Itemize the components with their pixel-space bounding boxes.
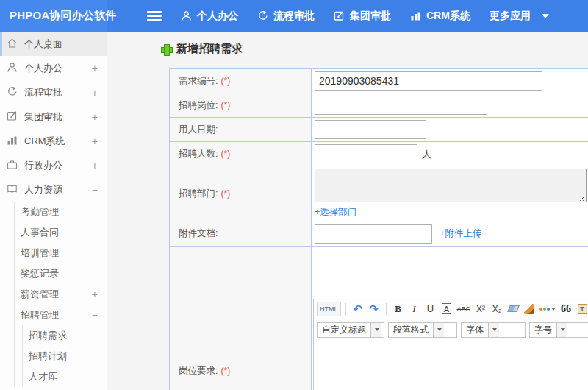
attachment-input[interactable] xyxy=(315,224,432,244)
sidebar-item-personal-desktop[interactable]: 个人桌面 xyxy=(0,32,107,56)
font-family-select[interactable]: 字体 xyxy=(461,322,526,338)
expand-plus-icon[interactable]: + xyxy=(92,111,98,123)
format-brush-icon[interactable] xyxy=(524,304,534,314)
strikethrough-button[interactable]: ABC xyxy=(456,302,473,316)
subscript-button[interactable]: X₂ xyxy=(490,302,504,316)
caret-down-icon xyxy=(542,14,549,18)
recruit-position-input[interactable] xyxy=(315,96,487,115)
caret-down-icon[interactable] xyxy=(433,323,444,337)
emotion-icon xyxy=(539,308,550,311)
caret-down-icon[interactable] xyxy=(556,323,567,337)
unit-suffix: 人 xyxy=(422,149,431,160)
expand-plus-icon[interactable]: + xyxy=(92,160,98,171)
underline-button[interactable]: U xyxy=(423,302,438,316)
toolbar-separator xyxy=(345,303,346,315)
redo-icon[interactable]: ↷ xyxy=(367,302,381,316)
superscript-button[interactable]: X² xyxy=(473,302,488,316)
sidebar-item-salary-mgmt[interactable]: 薪资管理 + xyxy=(15,284,107,305)
app-logo[interactable]: PHPOA协同办公软件 xyxy=(0,0,107,32)
sidebar-item-label: 招聘需求 xyxy=(29,329,98,342)
sidebar-item-personal-office[interactable]: 个人办公 + xyxy=(0,56,107,80)
table-row: 附件文档: +附件上传 xyxy=(170,221,588,247)
field-label: 岗位要求: xyxy=(179,366,218,376)
menu-toggle-icon[interactable] xyxy=(147,11,162,21)
sidebar-item-recruit-mgmt[interactable]: 招聘管理 − xyxy=(15,305,107,325)
bar-chart-icon xyxy=(7,135,24,148)
paragraph-format-select[interactable]: 段落格式 xyxy=(388,322,457,338)
briefcase-icon xyxy=(7,159,24,172)
demand-number-input[interactable] xyxy=(315,71,542,91)
nav-item-more-apps[interactable]: 更多应用 xyxy=(490,10,549,23)
field-label: 招聘岗位: xyxy=(179,100,218,110)
hire-date-input[interactable] xyxy=(315,120,426,139)
autotypeset-icon[interactable]: A xyxy=(442,303,451,314)
sidebar-item-rewards-records[interactable]: 奖惩记录 xyxy=(15,263,107,284)
page-title: 新增招聘需求 xyxy=(161,42,588,56)
expand-plus-icon[interactable]: + xyxy=(92,288,98,300)
sidebar-item-label: CRM系统 xyxy=(24,135,92,148)
field-label: 需求编号: xyxy=(179,76,218,86)
sidebar-item-recruit-plan[interactable]: 招聘计划 xyxy=(23,346,107,366)
font-size-select[interactable]: 字号 xyxy=(529,322,588,338)
sidebar-item-human-resources[interactable]: 人力资源 − xyxy=(0,177,107,202)
bold-button[interactable]: B xyxy=(391,302,406,316)
table-row: 用人日期: xyxy=(170,118,588,142)
emotion-picker-button[interactable] xyxy=(538,302,557,316)
field-label: 招聘人数: xyxy=(179,149,218,159)
undo-icon[interactable]: ↶ xyxy=(351,302,365,316)
table-row: 需求编号:(*) xyxy=(170,69,588,93)
html-source-button[interactable]: HTML xyxy=(317,302,341,316)
editor-toolbar-row2: 自定义标题 段落格式 字体 xyxy=(314,319,588,341)
recruit-department-textarea[interactable] xyxy=(315,169,587,202)
expand-minus-icon[interactable]: − xyxy=(92,309,98,321)
expand-minus-icon[interactable]: − xyxy=(92,184,98,196)
nav-item-workflow-approval[interactable]: 流程审批 xyxy=(257,10,315,23)
nav-item-crm[interactable]: CRM系统 xyxy=(410,10,470,23)
nav-item-personal-office[interactable]: 个人办公 xyxy=(181,10,238,23)
sidebar-item-workflow-approval[interactable]: 流程审批 + xyxy=(0,80,107,104)
sidebar-item-admin-office[interactable]: 行政办公 + xyxy=(0,153,107,177)
rich-text-editor: HTML ↶ ↷ B I U A ABC X² xyxy=(313,299,588,390)
headcount-input[interactable] xyxy=(315,144,417,163)
sidebar-item-label: 奖惩记录 xyxy=(21,267,98,280)
field-label: 附件文档: xyxy=(179,228,218,238)
sidebar-item-talent-pool[interactable]: 人才库 xyxy=(23,366,107,387)
expand-plus-icon[interactable]: + xyxy=(92,63,98,74)
bar-chart-icon xyxy=(410,10,421,21)
italic-button[interactable]: I xyxy=(407,302,422,316)
add-plus-icon xyxy=(161,44,171,54)
sidebar-item-attendance-mgmt[interactable]: 考勤管理 xyxy=(15,202,107,222)
person-icon xyxy=(181,10,192,21)
caret-down-icon[interactable] xyxy=(488,323,499,337)
sidebar-item-group-approval[interactable]: 集团审批 + xyxy=(0,104,107,129)
expand-plus-icon[interactable]: + xyxy=(92,87,98,99)
attachment-upload-link[interactable]: +附件上传 xyxy=(440,227,481,240)
caret-down-icon xyxy=(551,308,556,311)
home-icon xyxy=(7,38,24,51)
edit-square-icon xyxy=(7,110,24,124)
required-marker: (*) xyxy=(220,100,230,110)
sidebar-item-label: 个人桌面 xyxy=(24,38,98,51)
editor-content-area[interactable] xyxy=(314,341,588,390)
sidebar-item-training-mgmt[interactable]: 培训管理 xyxy=(15,243,107,263)
workflow-icon xyxy=(257,10,268,21)
sidebar-item-crm[interactable]: CRM系统 + xyxy=(0,129,107,153)
required-marker: (*) xyxy=(220,149,230,159)
sidebar-item-label: 行政办公 xyxy=(24,159,92,172)
select-department-link[interactable]: +选择部门 xyxy=(315,206,356,219)
sidebar-item-recruit-demand[interactable]: 招聘需求 xyxy=(23,325,107,346)
eraser-icon[interactable] xyxy=(507,305,520,312)
sidebar-item-label: 培训管理 xyxy=(21,247,98,260)
sidebar-item-label: 考勤管理 xyxy=(21,205,98,219)
required-marker: (*) xyxy=(220,188,230,199)
paste-text-icon[interactable]: T xyxy=(578,304,587,314)
caret-down-icon[interactable] xyxy=(370,323,381,337)
custom-title-select[interactable]: 自定义标题 xyxy=(317,322,384,338)
main-content: 新增招聘需求 需求编号:(*) 招聘岗位:(*) 用人日期: 招聘人数:(*) xyxy=(107,32,588,390)
nav-item-group-approval[interactable]: 集团审批 xyxy=(334,10,391,23)
expand-plus-icon[interactable]: + xyxy=(92,135,98,147)
field-label: 用人日期: xyxy=(179,124,218,135)
blockquote-button[interactable]: 66 xyxy=(559,302,573,316)
sidebar-item-hr-contracts[interactable]: 人事合同 xyxy=(15,222,107,243)
select-value: 段落格式 xyxy=(389,323,433,337)
